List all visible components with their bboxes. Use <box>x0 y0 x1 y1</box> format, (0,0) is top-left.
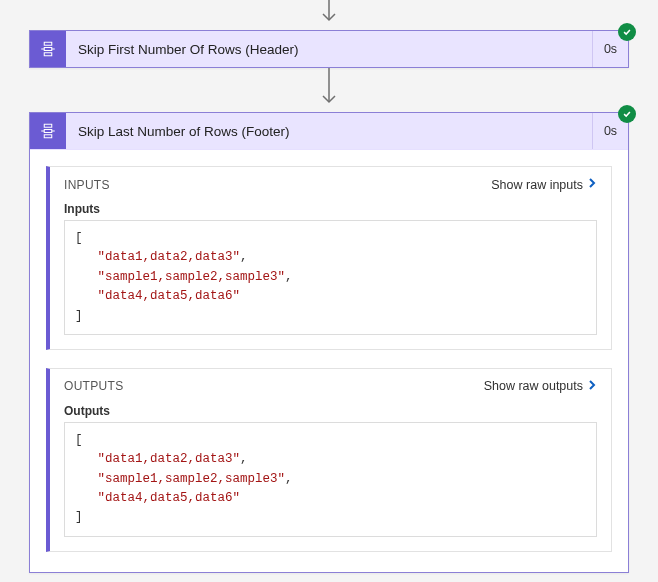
outputs-value-box: [ "data1,data2,data3", "sample1,sample2,… <box>64 422 597 537</box>
step-body: INPUTS Show raw inputs Inputs [ "data1,d… <box>30 149 628 572</box>
step-header[interactable]: Skip First Number Of Rows (Header) 0s <box>30 31 628 67</box>
inputs-heading: INPUTS <box>64 178 110 192</box>
flow-arrow-top <box>317 0 341 30</box>
status-success-badge <box>618 23 636 41</box>
show-raw-outputs-link[interactable]: Show raw outputs <box>484 379 597 394</box>
chevron-right-icon <box>587 177 597 192</box>
step-header[interactable]: Skip Last Number of Rows (Footer) 0s <box>30 113 628 149</box>
compose-action-icon <box>30 113 66 149</box>
show-raw-inputs-link[interactable]: Show raw inputs <box>491 177 597 192</box>
inputs-section: INPUTS Show raw inputs Inputs [ "data1,d… <box>46 166 612 350</box>
outputs-field-label: Outputs <box>64 404 597 418</box>
step-title: Skip Last Number of Rows (Footer) <box>66 124 592 139</box>
step-title: Skip First Number Of Rows (Header) <box>66 42 592 57</box>
flow-arrow-mid <box>317 68 341 112</box>
outputs-section: OUTPUTS Show raw outputs Outputs [ "data… <box>46 368 612 552</box>
outputs-heading: OUTPUTS <box>64 379 123 393</box>
step-skip-last-rows[interactable]: Skip Last Number of Rows (Footer) 0s INP… <box>29 112 629 573</box>
chevron-right-icon <box>587 379 597 394</box>
compose-action-icon <box>30 31 66 67</box>
inputs-field-label: Inputs <box>64 202 597 216</box>
step-skip-first-rows[interactable]: Skip First Number Of Rows (Header) 0s <box>29 30 629 68</box>
show-raw-inputs-label: Show raw inputs <box>491 178 583 192</box>
show-raw-outputs-label: Show raw outputs <box>484 379 583 393</box>
inputs-value-box: [ "data1,data2,data3", "sample1,sample2,… <box>64 220 597 335</box>
status-success-badge <box>618 105 636 123</box>
